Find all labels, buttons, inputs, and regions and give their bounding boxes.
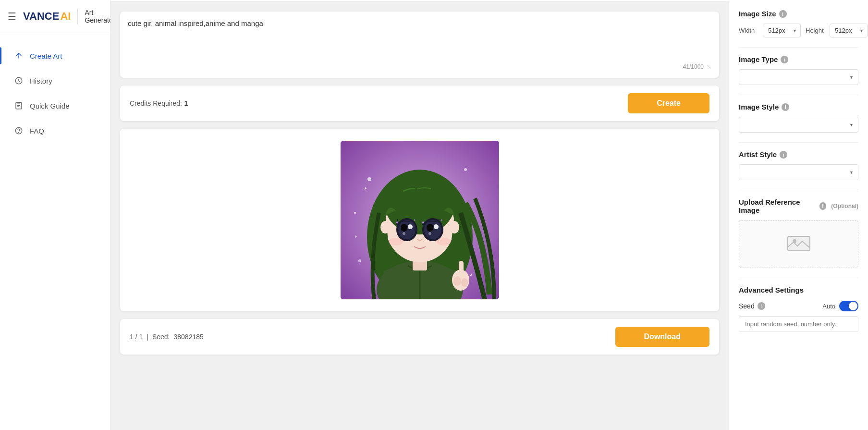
auto-label: Auto [822,303,835,310]
upload-reference-section: Upload Reference Image i (Optional) [739,198,858,268]
advanced-settings-section: Advanced Settings Seed i Auto [739,286,858,332]
artist-style-select-wrapper [739,164,858,180]
sidebar-item-label-quick-guide: Quick Guide [30,102,70,110]
prompt-card: 41/1000 ⤡ [120,12,719,78]
svg-point-28 [434,224,439,229]
width-label: Width [739,27,758,34]
artist-style-title: Artist Style i [739,150,858,159]
center-area: 41/1000 ⤡ Credits Required: 1 Create [110,0,729,430]
divider-2 [739,95,858,95]
credits-value: 1 [184,99,188,107]
svg-point-31 [414,220,415,221]
svg-point-22 [401,224,407,232]
sidebar-item-create-art[interactable]: Create Art [4,44,106,68]
right-panel: Image Size i Width 512px 768px 1024px He… [729,0,868,430]
image-size-title: Image Size i [739,10,858,18]
image-style-section: Image Style i [739,103,858,133]
seed-row: Seed i Auto [739,301,858,311]
svg-point-23 [408,224,413,229]
sidebar-item-quick-guide[interactable]: Quick Guide [4,94,106,118]
app-title: Art Generator [77,9,115,24]
create-button[interactable]: Create [628,93,709,113]
image-style-select[interactable] [739,117,858,133]
height-label: Height [806,27,825,34]
svg-point-3 [19,132,19,133]
hamburger-menu-icon[interactable]: ☰ [8,11,16,22]
char-count: 41/1000 [683,63,704,70]
history-icon [13,75,24,86]
auto-toggle-switch[interactable] [839,301,858,311]
svg-point-29 [428,232,431,235]
artist-style-section: Artist Style i [739,150,858,180]
sidebar-item-faq[interactable]: FAQ [4,119,106,143]
upload-area[interactable] [739,220,858,268]
sidebar-header: ☰ VANCEAI Art Generator [0,0,110,33]
svg-point-32 [422,221,424,223]
download-button[interactable]: Download [615,327,709,347]
svg-point-30 [396,221,398,223]
size-row: Width 512px 768px 1024px Height 512px 76… [739,24,858,37]
separator: | [147,333,148,341]
sidebar-item-label-create-art: Create Art [30,52,62,60]
artist-style-info-icon[interactable]: i [780,151,787,159]
resize-icon: ⤡ [707,63,711,70]
upload-reference-info-icon[interactable]: i [819,202,827,210]
quick-guide-icon [13,100,24,111]
advanced-title: Advanced Settings [739,286,804,294]
svg-point-8 [358,259,361,262]
svg-point-33 [440,220,442,221]
sidebar-nav: Create Art History Quick Guide FAQ [0,33,110,430]
seed-label: Seed: [152,333,170,341]
seed-info-icon[interactable]: i [758,302,765,310]
image-area [120,129,719,311]
image-size-section: Image Size i Width 512px 768px 1024px He… [739,10,858,37]
seed-label: Seed [739,302,755,310]
action-bar: Credits Required: 1 Create [120,86,719,121]
width-select[interactable]: 512px 768px 1024px [763,24,801,37]
width-select-wrapper: 512px 768px 1024px [763,24,801,37]
bottom-bar: 1 / 1 | Seed: 38082185 Download [120,319,719,355]
sidebar-item-label-faq: FAQ [30,127,44,135]
image-style-select-wrapper [739,117,858,133]
sidebar-item-history[interactable]: History [4,69,106,93]
height-select[interactable]: 512px 768px 1024px [830,24,868,37]
image-type-title: Image Type i [739,55,858,63]
sidebar-item-label-history: History [30,77,52,85]
svg-point-18 [380,221,390,233]
advanced-header: Advanced Settings [739,286,858,294]
optional-label: (Optional) [831,203,858,209]
svg-point-6 [464,168,467,171]
prompt-footer: 41/1000 ⤡ [128,63,711,70]
divider-5 [739,278,858,278]
upload-image-icon [787,233,811,256]
prompt-textarea[interactable] [128,19,711,58]
divider-3 [739,142,858,143]
svg-point-38 [453,276,461,286]
image-type-select-wrapper [739,69,858,85]
upload-reference-title: Upload Reference Image i (Optional) [739,198,858,214]
create-art-icon [13,50,24,61]
faq-icon [13,125,24,136]
main-content: 41/1000 ⤡ Credits Required: 1 Create [110,0,868,430]
image-size-info-icon[interactable]: i [779,10,787,18]
auto-toggle-row: Auto [822,301,858,311]
credits-label: Credits Required: [130,99,182,107]
seed-input[interactable] [739,316,858,332]
svg-point-19 [450,221,459,233]
svg-point-27 [427,224,433,232]
svg-point-34 [389,238,403,246]
generated-image [341,141,499,299]
credits-info: Credits Required: 1 [130,99,188,108]
seed-label-row: Seed i [739,302,765,310]
logo-vance: VANCE [23,10,59,23]
image-type-info-icon[interactable]: i [781,56,788,63]
logo-ai: AI [60,10,71,23]
divider-1 [739,47,858,48]
seed-value: 38082185 [173,333,203,341]
image-style-title: Image Style i [739,103,858,111]
page-info: 1 / 1 [130,333,143,341]
artist-style-select[interactable] [739,164,858,180]
workspace: 41/1000 ⤡ Credits Required: 1 Create [110,2,729,430]
image-style-info-icon[interactable]: i [782,103,789,111]
image-type-select[interactable] [739,69,858,85]
